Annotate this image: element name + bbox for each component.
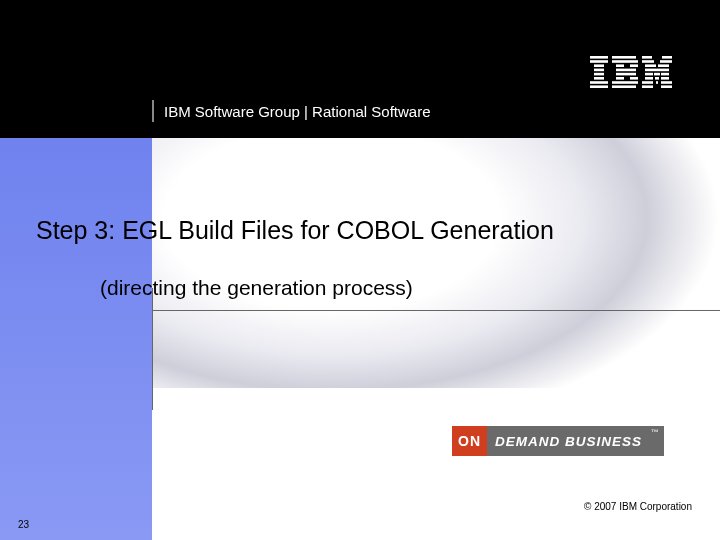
svg-rect-14 xyxy=(616,77,624,80)
svg-rect-5 xyxy=(594,77,604,80)
horizontal-divider xyxy=(152,310,720,311)
svg-rect-32 xyxy=(656,81,658,84)
svg-rect-24 xyxy=(645,69,669,72)
header-group-line: IBM Software Group | Rational Software xyxy=(152,100,431,122)
svg-rect-4 xyxy=(594,73,604,76)
svg-rect-8 xyxy=(612,56,636,59)
svg-rect-2 xyxy=(594,64,604,67)
background-glow xyxy=(152,138,720,388)
copyright-text: © 2007 IBM Corporation xyxy=(584,501,692,512)
ibm-logo xyxy=(590,56,672,88)
badge-on: ON xyxy=(452,426,487,456)
svg-rect-35 xyxy=(661,85,672,88)
svg-rect-25 xyxy=(645,73,653,76)
slide: IBM Software Group | Rational Software S… xyxy=(0,0,720,540)
svg-rect-31 xyxy=(642,81,653,84)
svg-rect-7 xyxy=(590,85,608,88)
svg-rect-15 xyxy=(630,77,638,80)
svg-rect-33 xyxy=(661,81,672,84)
svg-rect-16 xyxy=(612,81,638,84)
vertical-divider xyxy=(152,288,153,410)
svg-rect-29 xyxy=(655,77,659,80)
badge-rest: DEMAND BUSINESS ™ xyxy=(487,426,664,456)
svg-rect-20 xyxy=(642,60,654,63)
left-blue-column xyxy=(0,138,152,540)
svg-rect-21 xyxy=(660,60,672,63)
svg-rect-23 xyxy=(658,64,669,67)
svg-rect-13 xyxy=(616,73,636,76)
slide-subtitle: (directing the generation process) xyxy=(100,276,413,300)
svg-rect-17 xyxy=(612,85,636,88)
header-group-label: IBM Software Group | Rational Software xyxy=(164,103,431,120)
svg-rect-34 xyxy=(642,85,653,88)
page-number: 23 xyxy=(18,519,29,530)
header-rule xyxy=(152,100,154,122)
svg-rect-27 xyxy=(661,73,669,76)
on-demand-business-badge: ON DEMAND BUSINESS ™ xyxy=(452,426,664,456)
svg-rect-9 xyxy=(612,60,638,63)
svg-rect-30 xyxy=(661,77,669,80)
svg-rect-12 xyxy=(616,69,636,72)
trademark-icon: ™ xyxy=(651,428,660,437)
svg-rect-0 xyxy=(590,56,608,59)
slide-title: Step 3: EGL Build Files for COBOL Genera… xyxy=(36,216,696,245)
svg-rect-11 xyxy=(630,64,638,67)
svg-rect-19 xyxy=(662,56,672,59)
svg-rect-6 xyxy=(590,81,608,84)
svg-rect-26 xyxy=(654,73,660,76)
badge-rest-text: DEMAND BUSINESS xyxy=(495,434,642,449)
svg-rect-10 xyxy=(616,64,624,67)
ibm-logo-svg xyxy=(590,56,672,88)
svg-rect-18 xyxy=(642,56,652,59)
svg-rect-28 xyxy=(645,77,653,80)
svg-rect-1 xyxy=(590,60,608,63)
svg-rect-22 xyxy=(645,64,656,67)
svg-rect-3 xyxy=(594,69,604,72)
